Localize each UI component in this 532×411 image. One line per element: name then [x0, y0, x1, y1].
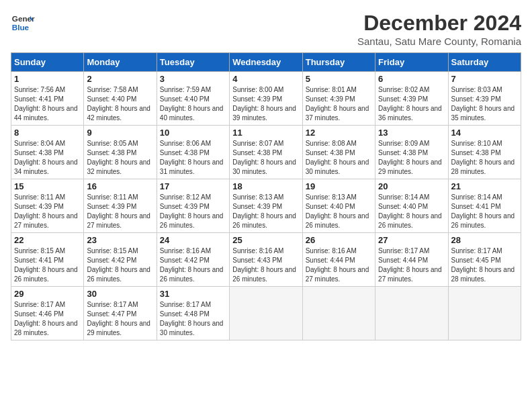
- sunset-label: Sunset: 4:38 PM: [14, 149, 64, 156]
- sunset-label: Sunset: 4:39 PM: [232, 95, 282, 103]
- col-header-sunday: Sunday: [11, 53, 84, 72]
- sunrise-label: Sunrise: 8:05 AM: [87, 140, 138, 147]
- sunset-label: Sunset: 4:39 PM: [14, 203, 64, 210]
- day-number: 12: [306, 128, 372, 138]
- day-cell-23: 23 Sunrise: 8:15 AM Sunset: 4:42 PM Dayl…: [84, 233, 157, 287]
- daylight-label: Daylight: 8 hours and 28 minutes.: [451, 158, 515, 175]
- daylight-label: Daylight: 8 hours and 28 minutes.: [451, 266, 515, 283]
- day-cell-7: 7 Sunrise: 8:03 AM Sunset: 4:39 PM Dayli…: [448, 72, 521, 126]
- sunrise-label: Sunrise: 8:06 AM: [160, 140, 211, 147]
- sunset-label: Sunset: 4:38 PM: [451, 149, 501, 156]
- day-info: Sunrise: 8:04 AM Sunset: 4:38 PM Dayligh…: [14, 139, 81, 177]
- day-number: 16: [87, 181, 153, 191]
- day-cell-18: 18 Sunrise: 8:13 AM Sunset: 4:39 PM Dayl…: [230, 179, 302, 233]
- daylight-label: Daylight: 8 hours and 26 minutes.: [378, 212, 442, 229]
- day-number: 10: [160, 128, 226, 138]
- sunrise-label: Sunrise: 8:11 AM: [14, 193, 65, 201]
- empty-cell: [302, 287, 375, 340]
- sunrise-label: Sunrise: 7:56 AM: [14, 86, 65, 93]
- day-number: 21: [451, 181, 518, 191]
- day-info: Sunrise: 8:03 AM Sunset: 4:39 PM Dayligh…: [451, 85, 518, 123]
- sunrise-label: Sunrise: 7:59 AM: [160, 86, 211, 93]
- day-number: 15: [14, 181, 81, 191]
- sunset-label: Sunset: 4:38 PM: [232, 149, 282, 156]
- day-cell-14: 14 Sunrise: 8:10 AM Sunset: 4:38 PM Dayl…: [448, 126, 521, 179]
- sunset-label: Sunset: 4:45 PM: [451, 257, 501, 264]
- sunset-label: Sunset: 4:40 PM: [87, 95, 136, 103]
- week-row-3: 15 Sunrise: 8:11 AM Sunset: 4:39 PM Dayl…: [11, 179, 521, 233]
- day-number: 26: [306, 235, 372, 245]
- day-info: Sunrise: 8:07 AM Sunset: 4:38 PM Dayligh…: [232, 139, 299, 177]
- sunset-label: Sunset: 4:39 PM: [306, 95, 355, 103]
- day-number: 2: [87, 74, 153, 84]
- sunrise-label: Sunrise: 8:17 AM: [87, 301, 138, 308]
- sunrise-label: Sunrise: 8:07 AM: [232, 140, 283, 147]
- day-cell-21: 21 Sunrise: 8:14 AM Sunset: 4:41 PM Dayl…: [448, 179, 521, 233]
- sunrise-label: Sunrise: 8:04 AM: [14, 140, 65, 147]
- sunrise-label: Sunrise: 8:17 AM: [451, 247, 502, 255]
- sunset-label: Sunset: 4:44 PM: [378, 257, 428, 264]
- sunset-label: Sunset: 4:40 PM: [378, 203, 428, 210]
- sunrise-label: Sunrise: 8:10 AM: [451, 140, 502, 147]
- title-area: December 2024 Santau, Satu Mare County, …: [357, 11, 521, 47]
- day-cell-27: 27 Sunrise: 8:17 AM Sunset: 4:44 PM Dayl…: [375, 233, 448, 287]
- daylight-label: Daylight: 8 hours and 29 minutes.: [87, 320, 150, 336]
- day-number: 4: [232, 74, 299, 84]
- day-number: 24: [160, 235, 226, 245]
- day-number: 30: [87, 289, 153, 299]
- sunrise-label: Sunrise: 8:00 AM: [232, 86, 283, 93]
- daylight-label: Daylight: 8 hours and 30 minutes.: [232, 158, 296, 175]
- sunrise-label: Sunrise: 8:16 AM: [160, 247, 211, 255]
- day-cell-17: 17 Sunrise: 8:12 AM Sunset: 4:39 PM Dayl…: [157, 179, 229, 233]
- sunrise-label: Sunrise: 7:58 AM: [87, 86, 138, 93]
- day-number: 18: [232, 181, 299, 191]
- day-info: Sunrise: 8:17 AM Sunset: 4:46 PM Dayligh…: [14, 300, 81, 338]
- daylight-label: Daylight: 8 hours and 27 minutes.: [87, 212, 150, 229]
- day-info: Sunrise: 8:12 AM Sunset: 4:39 PM Dayligh…: [160, 193, 226, 230]
- sunrise-label: Sunrise: 8:02 AM: [378, 86, 429, 93]
- sunset-label: Sunset: 4:38 PM: [160, 149, 210, 156]
- day-cell-1: 1 Sunrise: 7:56 AM Sunset: 4:41 PM Dayli…: [11, 72, 84, 126]
- daylight-label: Daylight: 8 hours and 29 minutes.: [378, 158, 442, 175]
- svg-text:Blue: Blue: [12, 23, 30, 32]
- col-header-wednesday: Wednesday: [230, 53, 302, 72]
- day-cell-9: 9 Sunrise: 8:05 AM Sunset: 4:38 PM Dayli…: [84, 126, 157, 179]
- day-info: Sunrise: 7:56 AM Sunset: 4:41 PM Dayligh…: [14, 85, 81, 123]
- sunset-label: Sunset: 4:40 PM: [306, 203, 355, 210]
- col-header-monday: Monday: [84, 53, 157, 72]
- day-number: 29: [14, 289, 81, 299]
- col-header-thursday: Thursday: [302, 53, 375, 72]
- day-number: 25: [232, 235, 299, 245]
- sunset-label: Sunset: 4:44 PM: [306, 257, 355, 264]
- day-info: Sunrise: 8:14 AM Sunset: 4:40 PM Dayligh…: [378, 193, 445, 230]
- sunrise-label: Sunrise: 8:01 AM: [306, 86, 357, 93]
- day-cell-4: 4 Sunrise: 8:00 AM Sunset: 4:39 PM Dayli…: [230, 72, 302, 126]
- daylight-label: Daylight: 8 hours and 28 minutes.: [14, 320, 78, 336]
- week-row-2: 8 Sunrise: 8:04 AM Sunset: 4:38 PM Dayli…: [11, 126, 521, 179]
- sunrise-label: Sunrise: 8:14 AM: [378, 193, 429, 201]
- daylight-label: Daylight: 8 hours and 39 minutes.: [232, 105, 296, 122]
- daylight-label: Daylight: 8 hours and 26 minutes.: [160, 266, 224, 283]
- sunset-label: Sunset: 4:43 PM: [232, 257, 282, 264]
- logo: General Blue: [11, 11, 35, 35]
- daylight-label: Daylight: 8 hours and 26 minutes.: [160, 212, 224, 229]
- day-info: Sunrise: 8:08 AM Sunset: 4:38 PM Dayligh…: [306, 139, 372, 177]
- daylight-label: Daylight: 8 hours and 27 minutes.: [14, 212, 78, 229]
- daylight-label: Daylight: 8 hours and 44 minutes.: [14, 105, 78, 122]
- day-cell-25: 25 Sunrise: 8:16 AM Sunset: 4:43 PM Dayl…: [230, 233, 302, 287]
- daylight-label: Daylight: 8 hours and 27 minutes.: [306, 266, 369, 283]
- sunset-label: Sunset: 4:39 PM: [87, 203, 136, 210]
- day-number: 28: [451, 235, 518, 245]
- daylight-label: Daylight: 8 hours and 26 minutes.: [306, 212, 369, 229]
- generalblue-logo-icon: General Blue: [11, 11, 35, 35]
- day-number: 14: [451, 128, 518, 138]
- calendar-table: SundayMondayTuesdayWednesdayThursdayFrid…: [11, 52, 521, 340]
- daylight-label: Daylight: 8 hours and 37 minutes.: [306, 105, 369, 122]
- day-number: 20: [378, 181, 445, 191]
- daylight-label: Daylight: 8 hours and 26 minutes.: [87, 266, 150, 283]
- day-info: Sunrise: 8:02 AM Sunset: 4:39 PM Dayligh…: [378, 85, 445, 123]
- header: General Blue December 2024 Santau, Satu …: [11, 11, 521, 47]
- week-row-5: 29 Sunrise: 8:17 AM Sunset: 4:46 PM Dayl…: [11, 287, 521, 340]
- day-info: Sunrise: 8:16 AM Sunset: 4:43 PM Dayligh…: [232, 246, 299, 284]
- day-cell-10: 10 Sunrise: 8:06 AM Sunset: 4:38 PM Dayl…: [157, 126, 229, 179]
